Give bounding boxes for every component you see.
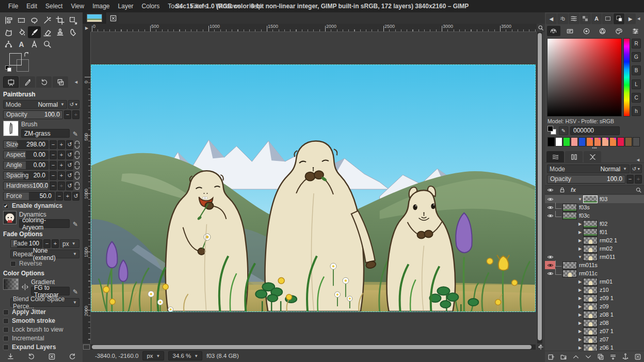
history-swatch[interactable] [602, 137, 609, 146]
layer-opacity-slider[interactable]: Opacity100.0 [547, 175, 625, 184]
canvas-image[interactable] [91, 64, 536, 312]
smudge-tool-icon[interactable] [67, 26, 79, 38]
save-tool-preset-icon[interactable] [7, 353, 14, 360]
expander-closed-icon[interactable]: ▶ [577, 230, 583, 235]
selector-gimp-icon[interactable] [547, 26, 560, 36]
hardness-reset-button[interactable]: ↺ [66, 182, 73, 190]
layer-row[interactable]: ▶ z07 1 [545, 327, 644, 335]
zoom-combo[interactable]: 34.6 % ▼ [168, 351, 202, 360]
duplicate-layer-button[interactable] [597, 353, 604, 360]
fg-bg-color-widget[interactable] [5, 52, 36, 75]
angle-increase-button[interactable]: + [58, 161, 65, 170]
expander-closed-icon[interactable]: ▶ [577, 337, 583, 342]
layer-row[interactable]: rm011c [545, 269, 644, 277]
spacing-increase-button[interactable]: + [58, 171, 65, 180]
foreground-color-swatch[interactable] [9, 53, 22, 65]
expander-closed-icon[interactable]: ▶ [577, 321, 583, 325]
hue-strip[interactable] [623, 38, 630, 117]
dynamics-thumbnail[interactable] [3, 211, 17, 224]
visibility-eye-off[interactable] [545, 236, 555, 244]
layer-row[interactable]: ▶ z08 1 [545, 310, 644, 319]
blend-space-combo[interactable]: Blend Color Space Perce... ▼ [10, 298, 79, 307]
zoom-follow-window-button[interactable] [537, 24, 545, 32]
size-link-icon[interactable] [75, 141, 79, 149]
tab-layers[interactable] [546, 151, 564, 162]
lock-brush-checkbox[interactable] [3, 327, 9, 333]
edit-dynamics-icon[interactable]: ✎ [71, 221, 79, 228]
mode-combo[interactable]: Mode Normal ▼ [3, 100, 67, 109]
hardness-decrease-button[interactable]: − [50, 182, 57, 190]
vertical-scrollbar-thumb[interactable] [538, 33, 542, 340]
menu-filters[interactable]: Filters [186, 0, 212, 12]
clone-tool-icon[interactable] [54, 26, 67, 38]
toolbox-tabs-expander-icon[interactable]: ◄ [74, 79, 81, 85]
dock-tabs-scroll-right-icon[interactable]: ▶ [625, 13, 636, 24]
dynamics-name-field[interactable]: coloring-Aryeom [19, 219, 70, 228]
history-swatch[interactable] [617, 137, 624, 146]
saturation-value-square[interactable] [547, 38, 622, 117]
expander-closed-icon[interactable]: ▶ [577, 345, 583, 350]
layers-tabs-expander-icon[interactable]: ◄ [636, 157, 642, 162]
menu-view[interactable]: View [67, 0, 88, 12]
anchor-layer-button[interactable] [622, 353, 629, 360]
visibility-eye-off[interactable] [545, 228, 555, 236]
force-reset-button[interactable]: ↺ [72, 192, 79, 201]
expand-layers-checkbox[interactable] [3, 344, 9, 350]
alignment-tool-icon[interactable] [2, 14, 15, 26]
layer-row[interactable]: rm011s [545, 261, 644, 269]
layer-row[interactable]: ▶ f01 [545, 228, 644, 236]
tab-paths[interactable] [584, 151, 601, 162]
visibility-eye-off[interactable] [545, 327, 555, 335]
hardness-slider[interactable]: Hardness100.0 [3, 182, 49, 190]
menu-layer[interactable]: Layer [114, 0, 138, 12]
flip-gradient-icon[interactable] [21, 278, 28, 295]
angle-slider[interactable]: Angle0.00 [3, 161, 49, 170]
layer-row[interactable]: ▶ rm01 [545, 277, 644, 286]
zoom-tool-icon[interactable] [41, 38, 54, 50]
layer-row[interactable]: f03s [545, 203, 644, 211]
selector-palette-icon[interactable] [613, 26, 626, 36]
dock-tab-colors[interactable] [614, 13, 624, 24]
edit-gradient-icon[interactable]: ✎ [71, 288, 79, 295]
fade-length-slider[interactable]: Fade l...100 [10, 239, 42, 248]
dock-tabs-expander-icon[interactable]: ◄ [636, 16, 643, 21]
visibility-column-eye-icon[interactable] [547, 187, 554, 193]
visibility-eye-off[interactable] [545, 319, 555, 327]
selector-watercolor-icon[interactable] [579, 26, 593, 36]
layers-list[interactable]: ▼ f03 f03s f03c ▶ f02 [545, 194, 644, 351]
spacing-decrease-button[interactable]: − [50, 171, 57, 180]
warp-transform-tool-icon[interactable] [2, 26, 15, 38]
visibility-eye-off[interactable] [545, 277, 555, 286]
visibility-eye-icon[interactable] [545, 269, 555, 277]
visibility-eye-off[interactable] [545, 220, 555, 228]
layer-row[interactable]: ▶ f02 [545, 220, 644, 228]
raise-layer-button[interactable] [572, 353, 579, 360]
menu-colors[interactable]: Colors [138, 0, 164, 12]
visibility-eye-off[interactable] [545, 244, 555, 253]
enable-dynamics-checkbox[interactable]: ✔ [3, 203, 9, 209]
dock-tab-fonts[interactable]: A [591, 13, 602, 24]
reverse-checkbox[interactable] [10, 261, 16, 267]
horizontal-ruler[interactable]: 0 500 1000 1500 2000 2500 3000 3500 [91, 24, 537, 32]
merge-layer-button[interactable] [609, 353, 617, 360]
aspect-reset-button[interactable]: ↺ [66, 151, 73, 159]
selector-wheel-icon[interactable] [596, 26, 609, 36]
tab-device-status[interactable] [20, 76, 35, 88]
image-tab-close-button[interactable] [107, 12, 119, 24]
layer-row[interactable]: ▼ f03 [545, 195, 644, 203]
angle-decrease-button[interactable]: − [50, 161, 57, 170]
history-swatch[interactable] [578, 137, 586, 146]
history-swatch[interactable] [571, 137, 578, 146]
visibility-eye-off[interactable] [545, 310, 555, 319]
channel-l-button[interactable]: L [632, 79, 641, 89]
history-swatch[interactable] [609, 137, 617, 146]
lower-layer-button[interactable] [585, 353, 592, 360]
selector-cmyk-icon[interactable] [564, 26, 577, 36]
rectangle-select-tool-icon[interactable] [15, 14, 28, 26]
layer-row[interactable]: ▶ rm02 1 [545, 236, 644, 244]
aspect-increase-button[interactable]: + [58, 151, 65, 159]
expander-open-icon[interactable]: ▼ [577, 197, 583, 202]
size-decrease-button[interactable]: − [50, 140, 57, 149]
force-decrease-button[interactable]: − [56, 192, 63, 201]
hardness-increase-button[interactable]: + [58, 182, 65, 190]
